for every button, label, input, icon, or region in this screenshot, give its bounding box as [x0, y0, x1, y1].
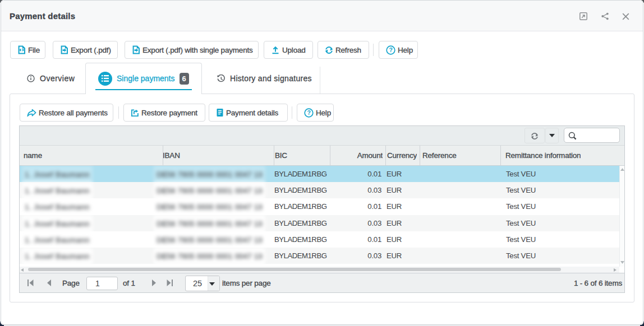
svg-text:?: ?	[307, 109, 310, 116]
svg-text:?: ?	[389, 46, 392, 53]
